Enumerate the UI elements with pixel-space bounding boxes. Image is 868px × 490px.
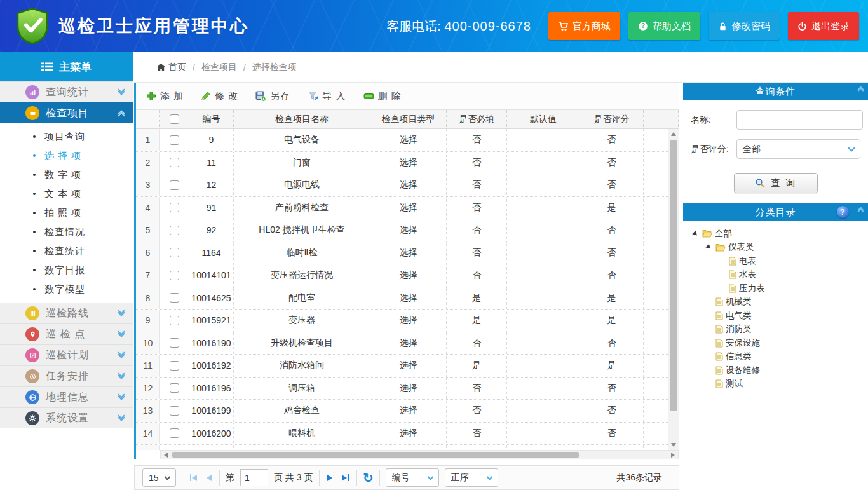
sort-field-select[interactable]: 编号 <box>386 468 439 487</box>
column-header-name[interactable]: 检查项目名称 <box>234 110 370 128</box>
table-row[interactable]: 1110016192消防水箱间选择是是 <box>136 355 668 378</box>
scroll-left-icon[interactable] <box>161 453 171 458</box>
sort-order-select[interactable]: 正序 <box>445 468 498 487</box>
row-checkbox[interactable] <box>170 248 179 257</box>
table-row[interactable]: 19电气设备选择否否 <box>136 129 668 152</box>
tree-expander-icon[interactable] <box>692 230 699 237</box>
column-header-default[interactable]: 默认值 <box>507 110 580 128</box>
table-row[interactable]: 710014101变压器运行情况选择否否 <box>136 264 668 287</box>
tree-node-file[interactable]: 水表 <box>687 268 864 282</box>
table-row[interactable]: 211门窗选择否否 <box>136 152 668 175</box>
next-page-button[interactable] <box>325 475 334 481</box>
table-row[interactable]: 1010016190升级机检查项目选择否否 <box>136 332 668 355</box>
horizontal-scrollbar[interactable] <box>160 450 679 459</box>
sidebar-group-points[interactable]: 巡 检 点 <box>0 323 133 344</box>
tree-node-file[interactable]: 测试 <box>687 378 864 391</box>
edit-button[interactable]: 修 改 <box>201 90 238 102</box>
horizontal-scroll-thumb[interactable] <box>172 452 579 458</box>
scroll-down-icon[interactable] <box>668 440 679 450</box>
sidebar-subitem-4[interactable]: 拍 照 项 <box>0 203 133 222</box>
sidebar-group-query-stats[interactable]: 查询统计 <box>0 81 133 102</box>
sidebar-group-settings[interactable]: 系统设置 <box>0 407 133 428</box>
help-docs-button[interactable]: ? 帮助文档 <box>628 12 700 40</box>
sidebar-subitem-6[interactable]: 检查统计 <box>0 242 133 261</box>
vertical-scrollbar[interactable] <box>668 129 679 450</box>
chevron-double-up-icon[interactable] <box>858 208 863 210</box>
row-checkbox[interactable] <box>170 406 179 416</box>
sidebar-subitem-2[interactable]: 数 字 项 <box>0 165 133 184</box>
tree-node-file[interactable]: 设备维修 <box>687 364 864 378</box>
breadcrumb-item[interactable]: 选择检查项 <box>252 62 297 73</box>
sidebar-subitem-0[interactable]: 项目查询 <box>0 127 133 146</box>
tree-node-folder[interactable]: 全部 <box>687 227 864 241</box>
column-header-required[interactable]: 是否必填 <box>447 110 507 128</box>
table-row[interactable]: 1210016196调压箱选择否否 <box>136 378 668 400</box>
prev-page-button[interactable] <box>205 475 214 481</box>
table-row[interactable]: 61164临时Ⅱ检选择否否 <box>136 242 668 265</box>
row-checkbox[interactable] <box>170 180 179 190</box>
official-store-button[interactable]: 官方商城 <box>548 12 620 40</box>
page-number-input[interactable] <box>240 469 268 486</box>
add-button[interactable]: 添 加 <box>146 90 184 102</box>
tree-node-file[interactable]: 电表 <box>687 254 864 268</box>
delete-button[interactable]: 删 除 <box>363 90 402 102</box>
sidebar-subitem-1[interactable]: 选 择 项 <box>0 146 133 165</box>
table-row[interactable]: 810014625配电室选择是是 <box>136 287 668 310</box>
row-checkbox[interactable] <box>170 428 179 438</box>
page-size-select[interactable]: 15 <box>142 468 176 487</box>
table-row[interactable]: 1410016200喂料机选择否否 <box>136 423 668 446</box>
vertical-scroll-thumb[interactable] <box>670 140 677 411</box>
tree-node-file[interactable]: 信息类 <box>687 350 864 364</box>
tree-node-file[interactable]: 消防类 <box>687 323 864 337</box>
row-checkbox[interactable] <box>170 383 179 393</box>
scroll-up-icon[interactable] <box>668 129 679 139</box>
row-checkbox[interactable] <box>170 338 179 348</box>
tree-node-file[interactable]: 机械类 <box>687 296 864 310</box>
row-checkbox[interactable] <box>170 135 179 145</box>
help-icon[interactable]: ? <box>837 206 849 218</box>
column-header-scored[interactable]: 是否评分 <box>580 110 644 128</box>
chevron-double-up-icon[interactable] <box>858 87 863 90</box>
sidebar-group-geo[interactable]: 地理信息 <box>0 386 133 407</box>
column-header-type[interactable]: 检查项目类型 <box>370 110 447 128</box>
sidebar-group-plans[interactable]: 巡检计划 <box>0 344 133 365</box>
sidebar-subitem-3[interactable]: 文 本 项 <box>0 184 133 203</box>
sidebar-subitem-7[interactable]: 数字日报 <box>0 261 133 280</box>
last-page-button[interactable] <box>340 474 351 481</box>
logout-button[interactable]: 退出登录 <box>788 12 859 40</box>
row-checkbox[interactable] <box>170 203 179 212</box>
sidebar-subitem-8[interactable]: 数字模型 <box>0 280 133 299</box>
tree-node-file[interactable]: 压力表 <box>687 282 864 296</box>
select-all-checkbox[interactable] <box>170 114 179 124</box>
table-row[interactable]: 491产前粉料检查选择否是 <box>136 197 668 220</box>
scroll-right-icon[interactable] <box>668 453 678 458</box>
sidebar-group-routes[interactable]: 巡检路线 <box>0 303 133 323</box>
score-filter-select[interactable]: 全部 <box>736 139 860 159</box>
column-header-id[interactable]: 编号 <box>189 110 234 128</box>
change-password-button[interactable]: 修改密码 <box>709 12 780 40</box>
refresh-icon[interactable]: ↻ <box>363 472 374 484</box>
breadcrumb-home[interactable]: 首页 <box>157 62 186 73</box>
row-checkbox[interactable] <box>170 226 179 235</box>
table-row[interactable]: 1310016199鸡舍检查选择否否 <box>136 400 668 423</box>
row-checkbox[interactable] <box>170 271 179 280</box>
save-as-button[interactable]: 另存 <box>255 90 290 102</box>
table-row[interactable]: 592HL02 搅拌机卫生检查选择否否 <box>136 219 668 242</box>
search-button[interactable]: 查 询 <box>734 173 818 193</box>
sidebar-group-check-items[interactable]: 检查项目 <box>0 102 133 123</box>
row-checkbox[interactable] <box>170 158 179 167</box>
import-button[interactable]: 导 入 <box>308 90 346 102</box>
tree-node-folder[interactable]: 仪表类 <box>687 241 864 255</box>
name-input[interactable] <box>736 110 863 130</box>
tree-node-file[interactable]: 电气类 <box>687 309 864 323</box>
table-row[interactable]: 15 <box>136 445 668 450</box>
tree-node-file[interactable]: 安保设施 <box>687 336 864 350</box>
sidebar-subitem-5[interactable]: 检查情况 <box>0 222 133 242</box>
table-row[interactable]: 312电源电线选择否否 <box>136 174 668 197</box>
row-checkbox[interactable] <box>170 361 179 371</box>
first-page-button[interactable] <box>188 474 200 481</box>
row-checkbox[interactable] <box>170 316 179 325</box>
table-row[interactable]: 910015921变压器选择是是 <box>136 310 668 332</box>
row-checkbox[interactable] <box>170 293 179 303</box>
sidebar-group-tasks[interactable]: 任务安排 <box>0 365 133 386</box>
